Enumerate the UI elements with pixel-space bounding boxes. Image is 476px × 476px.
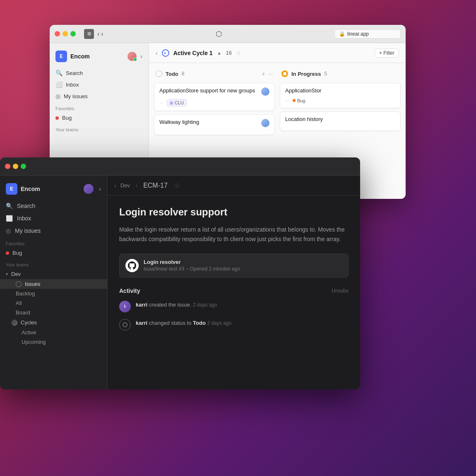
- back-icon-light[interactable]: ‹: [156, 50, 158, 56]
- maximize-btn-dark[interactable]: [21, 164, 26, 169]
- chevron-down-icon: ∨: [140, 54, 143, 59]
- todo-check-icon: [156, 70, 162, 77]
- inprogress-column-header: In Progress 5: [280, 68, 401, 80]
- upcoming-sub-item[interactable]: Upcoming: [0, 337, 107, 347]
- favorites-bug-dark[interactable]: Bug: [0, 248, 107, 258]
- search-label: Search: [66, 70, 83, 76]
- close-btn-dark[interactable]: [5, 164, 10, 169]
- github-info: Login resolver ksaa/linear-test #3 – Ope…: [144, 259, 240, 272]
- todo-column-count: 8: [182, 71, 185, 77]
- inbox-nav-dark[interactable]: ⬜ Inbox: [0, 212, 107, 225]
- sidebar-dark: E Encom ∨ 🔍 Search ⬜ Inbox ◎ My issues F…: [0, 176, 108, 389]
- active-label: Active: [22, 329, 36, 336]
- header-title-light: Active Cycle 1: [173, 50, 213, 56]
- todo-card-1[interactable]: ApplicationStore support for new groups …: [154, 83, 275, 111]
- board-label: Board: [16, 309, 30, 316]
- url-text: linear.app: [347, 31, 369, 37]
- backlog-label: Backlog: [16, 290, 35, 297]
- inbox-label-dark: Inbox: [17, 215, 31, 222]
- backlog-sub-item[interactable]: Backlog: [0, 289, 107, 298]
- github-icon: [125, 259, 139, 272]
- activity-action-2: changed status to: [149, 320, 192, 326]
- board-sub-item[interactable]: Board: [0, 308, 107, 317]
- search-nav-dark[interactable]: 🔍 Search: [0, 200, 107, 212]
- activity-avatar-2: [119, 319, 131, 331]
- header-arrow-icon: ▲: [217, 50, 222, 56]
- clu-tag: ⊞ CLU: [167, 99, 187, 106]
- main-header-dark: ‹ Dev › ECM-17 ☆: [108, 176, 360, 196]
- search-icon: 🔍: [55, 70, 63, 76]
- upcoming-label: Upcoming: [22, 339, 46, 345]
- activity-actor-2: karri: [136, 320, 147, 326]
- dev-team-label: Dev: [11, 271, 21, 277]
- search-nav-light[interactable]: 🔍 Search: [50, 67, 149, 79]
- my-issues-nav-dark[interactable]: ◎ My issues: [0, 225, 107, 237]
- card-dots-1: ···: [159, 100, 163, 106]
- star-icon-dark[interactable]: ☆: [174, 181, 180, 189]
- workspace-dark: E Encom ∨: [0, 181, 107, 200]
- my-issues-nav-light[interactable]: ◎ My issues: [50, 90, 149, 102]
- issue-title: Login resolver support: [119, 205, 349, 218]
- my-issues-label-dark: My issues: [15, 227, 41, 234]
- user-avatar-light[interactable]: [127, 52, 137, 61]
- github-repo-title: Login resolver: [144, 259, 240, 265]
- add-icon[interactable]: +: [262, 70, 265, 77]
- user-avatar-dark[interactable]: [84, 184, 94, 194]
- sidebar-toggle-icon[interactable]: ⊞: [84, 29, 94, 39]
- clu-label: CLU: [175, 100, 184, 105]
- unsubscribe-button[interactable]: Unsubs: [332, 288, 349, 294]
- todo-column-title: Todo: [166, 71, 178, 77]
- breadcrumb-current: ECM-17: [143, 182, 168, 189]
- my-issues-label: My issues: [64, 93, 88, 99]
- bug-label-light: Bug: [62, 115, 72, 121]
- your-teams-label-dark: Your teams: [0, 258, 107, 269]
- todo-card-2[interactable]: Walkway lighting: [154, 114, 275, 135]
- ip-card-title-2: Location history: [285, 116, 395, 123]
- traffic-lights-light: [55, 31, 76, 36]
- main-dark: ‹ Dev › ECM-17 ☆ Login resolver support …: [108, 176, 360, 389]
- todo-column-actions: + ···: [262, 70, 273, 77]
- titlebar-center: ⬡: [107, 29, 331, 39]
- minimize-btn-dark[interactable]: [13, 164, 18, 169]
- card-avatar-1: [261, 87, 269, 96]
- cycles-sub-item[interactable]: ◎ Cycles: [0, 317, 107, 328]
- star-icon-light[interactable]: ☆: [236, 50, 241, 56]
- activity-avatar-1: k: [119, 301, 131, 312]
- chevron-down-icon-dark: ∨: [99, 187, 101, 191]
- issues-label: Issues: [25, 281, 41, 287]
- card-top-1: ApplicationStore support for new groups: [159, 87, 269, 96]
- my-issues-icon: ◎: [55, 93, 60, 99]
- issues-sub-item[interactable]: Issues: [0, 279, 107, 289]
- activity-item-1: k karri created the issue. 2 days ago: [119, 301, 349, 312]
- main-header-light: ‹ Active Cycle 1 ▲ 16 ☆ + Filter: [149, 43, 406, 63]
- activity-action-1: created the issue.: [149, 302, 192, 308]
- dev-team-item[interactable]: ▾ Dev: [0, 269, 107, 279]
- dark-window: E Encom ∨ 🔍 Search ⬜ Inbox ◎ My issues F…: [0, 157, 360, 389]
- inbox-nav-light[interactable]: ⬜ Inbox: [50, 79, 149, 90]
- github-card[interactable]: Login resolver ksaa/linear-test #3 – Ope…: [119, 254, 349, 278]
- url-bar[interactable]: 🔒 linear.app: [334, 29, 401, 39]
- filter-button[interactable]: + Filter: [375, 48, 399, 58]
- cycles-label: Cycles: [21, 319, 37, 326]
- more-icon[interactable]: ···: [268, 70, 273, 77]
- inprogress-card-2[interactable]: Location history: [280, 111, 401, 131]
- shield-icon: ⬡: [216, 29, 222, 39]
- close-btn-light[interactable]: [55, 31, 60, 36]
- circle-icon: [16, 281, 22, 287]
- active-sub-item[interactable]: Active: [0, 328, 107, 337]
- nav-back-icon[interactable]: ‹: [97, 30, 99, 38]
- inprogress-card-1[interactable]: ApplicationStor ··· Bug: [280, 83, 401, 108]
- your-teams-label-light: Your teams: [50, 123, 149, 134]
- nav-forward-icon[interactable]: ›: [101, 30, 103, 38]
- back-icon-dark[interactable]: ‹: [114, 182, 116, 189]
- all-sub-item[interactable]: All: [0, 298, 107, 308]
- breadcrumb-separator: ›: [136, 182, 137, 188]
- favorites-label-dark: Favorites: [0, 237, 107, 248]
- maximize-btn-light[interactable]: [70, 31, 76, 36]
- svg-point-0: [123, 323, 127, 327]
- minimize-btn-light[interactable]: [63, 31, 68, 36]
- card-title-1: ApplicationStore support for new groups: [159, 87, 258, 94]
- nav-back-forward: ‹ ›: [97, 30, 103, 38]
- titlebar-light: ⊞ ‹ › ⬡ 🔒 linear.app: [50, 25, 406, 43]
- favorites-bug-light[interactable]: Bug: [50, 113, 149, 123]
